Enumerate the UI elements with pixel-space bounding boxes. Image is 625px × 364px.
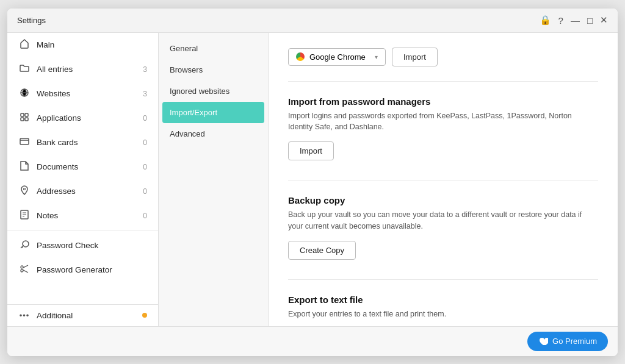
password-managers-title: Import from password managers [288,96,598,107]
password-managers-import-button[interactable]: Import [288,141,334,160]
sidebar-item-password-generator-label: Password Generator [37,265,147,274]
sidebar-item-addresses-label: Addresses [37,187,137,196]
backup-copy-section: Backup copy Back up your vault so you ca… [288,195,598,260]
sidebar-item-notes[interactable]: Notes 0 [7,204,158,228]
browser-import-row: Google Chrome ▾ Import [288,48,598,66]
svg-point-6 [24,188,26,190]
lock-icon[interactable]: 🔒 [540,15,551,26]
divider-2 [288,180,598,180]
browser-label: Google Chrome [309,52,366,62]
password-managers-desc: Import logins and passwords exported fro… [288,110,598,134]
sidebar-item-notes-count: 0 [143,212,147,220]
card-icon [18,137,31,149]
notes-icon [18,210,31,222]
window-title: Settings [17,16,46,25]
export-section: Export to text file Export your entries … [288,294,598,326]
chrome-icon [296,52,305,61]
main-content: Google Chrome ▾ Import Import from passw… [269,33,618,326]
sidebar-item-password-generator[interactable]: Password Generator [7,258,158,282]
divider-1 [288,81,598,82]
sidebar-item-applications-label: Applications [37,113,137,123]
browser-select[interactable]: Google Chrome ▾ [288,48,386,66]
export-title: Export to text file [288,294,598,305]
arrow-to-import-export [269,127,278,170]
settings-item-general[interactable]: General [159,38,268,59]
help-icon[interactable]: ? [558,15,563,26]
sidebar-item-documents-label: Documents [37,162,137,171]
bottom-bar: Go Premium [7,326,618,356]
sidebar-item-applications-count: 0 [143,114,147,123]
divider-3 [288,279,598,280]
password-managers-section: Import from password managers Import log… [288,96,598,161]
maximize-icon[interactable]: □ [587,15,593,26]
sidebar-item-documents-count: 0 [143,163,147,171]
settings-item-ignored-websites[interactable]: Ignored websites [159,80,268,102]
sidebar-item-documents[interactable]: Documents 0 [7,155,158,179]
svg-rect-4 [25,118,28,121]
sidebar-item-websites-count: 3 [143,90,147,98]
sidebar-item-websites-label: Websites [37,89,137,98]
sidebar-item-main-label: Main [37,40,147,49]
sidebar-divider [7,230,158,231]
home-icon [18,39,31,51]
app-body: Main All entries 3 Websites 3 A [7,33,618,326]
settings-item-browsers[interactable]: Browsers [159,59,268,80]
sidebar-item-password-check-label: Password Check [37,241,147,250]
sidebar-item-password-check[interactable]: Password Check [7,234,158,258]
sidebar-item-applications[interactable]: Applications 0 [7,106,158,130]
svg-rect-3 [21,118,24,121]
additional-dot [142,313,147,318]
settings-panel: General Browsers Ignored websites Import… [159,33,269,326]
sidebar-item-main[interactable]: Main [7,33,158,57]
app-window: Settings 🔒 ? — □ ✕ Main All entries 3 [7,9,618,356]
svg-rect-2 [25,113,28,116]
chevron-down-icon: ▾ [375,54,378,60]
title-bar: Settings 🔒 ? — □ ✕ [7,9,618,33]
sidebar: Main All entries 3 Websites 3 A [7,33,159,326]
svg-rect-5 [20,138,29,145]
title-bar-controls: 🔒 ? — □ ✕ [540,15,608,26]
sidebar-item-additional-label: Additional [37,311,136,320]
sidebar-item-additional[interactable]: ••• Additional [7,305,158,326]
minimize-icon[interactable]: — [571,15,580,26]
settings-item-advanced[interactable]: Advanced [159,123,268,145]
sidebar-item-websites[interactable]: Websites 3 [7,82,158,106]
sidebar-item-all-entries-label: All entries [37,65,137,74]
svg-rect-1 [21,113,24,116]
sidebar-item-addresses-count: 0 [143,187,147,196]
sidebar-item-bank-cards-count: 0 [143,138,147,147]
create-copy-button[interactable]: Create Copy [288,241,356,260]
apps-icon [18,112,31,124]
more-icon: ••• [18,311,31,320]
settings-item-import-export[interactable]: Import/Export [162,102,264,123]
svg-point-8 [21,266,23,268]
go-premium-label: Go Premium [552,337,597,346]
sidebar-item-all-entries-count: 3 [143,65,147,74]
backup-copy-title: Backup copy [288,195,598,205]
export-desc: Export your entries to a text file and p… [288,309,598,320]
go-premium-button[interactable]: Go Premium [527,332,608,351]
globe-icon [18,88,31,100]
sidebar-bottom: ••• Additional [7,304,158,326]
sidebar-item-all-entries[interactable]: All entries 3 [7,57,158,82]
heart-icon [538,337,548,346]
document-icon [18,161,31,173]
folder-icon [18,63,31,76]
browser-import-button[interactable]: Import [392,48,438,66]
scissors-icon [18,264,31,276]
key-icon [18,240,31,252]
close-icon[interactable]: ✕ [600,15,608,26]
sidebar-item-bank-cards[interactable]: Bank cards 0 [7,130,158,155]
sidebar-item-addresses[interactable]: Addresses 0 [7,179,158,204]
sidebar-item-notes-label: Notes [37,211,137,220]
arrow-to-export-button [269,321,278,326]
pin-icon [18,185,31,198]
svg-point-9 [21,269,23,272]
backup-copy-desc: Back up your vault so you can move your … [288,209,598,232]
sidebar-item-bank-cards-label: Bank cards [37,138,137,147]
